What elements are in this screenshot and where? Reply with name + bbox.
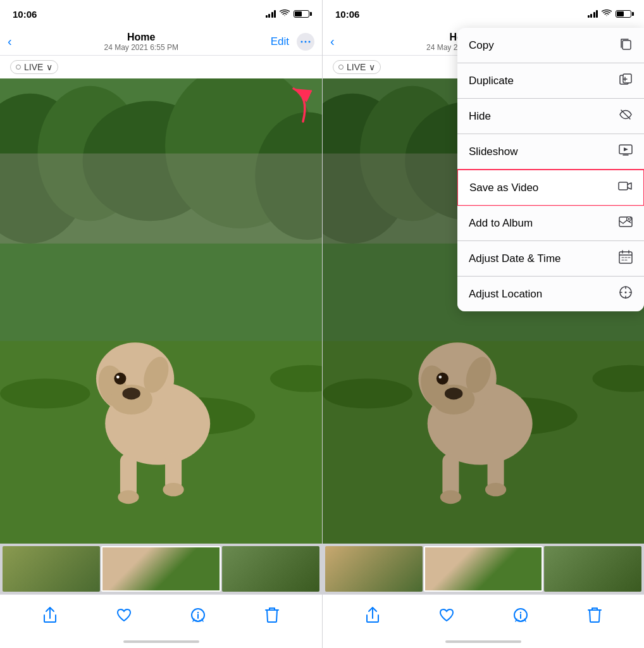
nav-title-left: Home — [104, 32, 178, 43]
status-bar-right: 10:06 — [323, 0, 644, 28]
live-chevron-left: ∨ — [46, 62, 53, 72]
thumbnail-right-active[interactable] — [424, 546, 543, 592]
back-chevron-left: ‹ — [8, 34, 12, 49]
signal-icon — [266, 10, 276, 18]
status-time-right: 10:06 — [335, 9, 359, 20]
svg-point-21 — [116, 375, 120, 378]
left-phone: 10:06 ‹ Home 24 May 2021 — [0, 0, 322, 648]
battery-icon — [294, 10, 309, 18]
svg-rect-9 — [0, 154, 322, 244]
svg-point-25 — [163, 483, 183, 496]
live-label-right: LIVE — [347, 62, 366, 72]
thumbnail-left-active[interactable] — [101, 546, 221, 592]
right-phone: 10:06 ‹ Home 24 May 2021 — [322, 0, 644, 648]
thumbnail-strip-right — [323, 544, 644, 594]
menu-item-copy[interactable]: Copy — [457, 28, 644, 63]
svg-point-11 — [0, 378, 90, 408]
menu-label-save-as-video: Save as Video — [469, 182, 538, 194]
menu-icon-hide — [619, 108, 633, 125]
svg-point-86 — [519, 612, 521, 613]
menu-item-save-as-video[interactable]: Save as Video — [457, 169, 644, 206]
thumbnail-right-2[interactable] — [544, 546, 641, 592]
svg-point-0 — [301, 40, 303, 42]
svg-point-2 — [309, 40, 311, 42]
svg-rect-33 — [622, 40, 631, 49]
wifi-icon — [280, 9, 290, 19]
battery-icon-right — [616, 10, 631, 18]
menu-icon-adjust-date-time — [619, 250, 633, 267]
home-bar-right — [445, 640, 521, 643]
status-icons-left — [266, 9, 310, 19]
photo-area-left — [0, 78, 322, 544]
live-dot-left — [16, 65, 21, 70]
more-button-left[interactable] — [297, 33, 314, 51]
delete-button-left[interactable] — [258, 601, 286, 629]
context-menu: Copy Duplicate Hide — [457, 28, 644, 311]
info-button-left[interactable] — [184, 601, 212, 629]
svg-point-57 — [625, 292, 627, 294]
menu-icon-adjust-location — [619, 285, 633, 302]
thumbnail-right-1[interactable] — [325, 546, 423, 592]
nav-bar-left: ‹ Home 24 May 2021 6:55 PM Edit — [0, 28, 322, 56]
back-button-right[interactable]: ‹ — [330, 34, 335, 49]
menu-label-adjust-date-time: Adjust Date & Time — [469, 252, 561, 265]
heart-button-right[interactable] — [433, 601, 461, 629]
wifi-icon-right — [602, 9, 612, 19]
menu-label-add-to-album: Add to Album — [469, 217, 533, 230]
photo-bg-left — [0, 78, 322, 544]
toolbar-left — [0, 594, 322, 635]
signal-icon-right — [588, 10, 598, 18]
menu-item-slideshow[interactable]: Slideshow — [457, 134, 644, 170]
svg-point-1 — [305, 40, 307, 42]
live-badge-right[interactable]: LIVE ∨ — [333, 60, 381, 74]
toolbar-right — [323, 594, 644, 635]
menu-label-hide: Hide — [469, 110, 491, 123]
svg-point-20 — [114, 373, 126, 385]
back-button-left[interactable]: ‹ — [8, 34, 12, 49]
share-button-left[interactable] — [36, 601, 64, 629]
thumbnail-left-2[interactable] — [222, 546, 319, 592]
thumbnail-strip-left — [0, 544, 322, 594]
svg-point-24 — [118, 490, 139, 504]
nav-right-left: Edit — [271, 33, 314, 51]
nav-center-left: Home 24 May 2021 6:55 PM — [104, 32, 178, 52]
live-dot-right — [338, 65, 344, 70]
menu-label-slideshow: Slideshow — [469, 146, 518, 158]
share-button-right[interactable] — [359, 601, 387, 629]
info-button-right[interactable] — [507, 601, 535, 629]
menu-icon-add-to-album — [619, 215, 633, 232]
status-bar-left: 10:06 — [0, 0, 322, 28]
menu-icon-slideshow — [619, 143, 633, 160]
nav-subtitle-left: 24 May 2021 6:55 PM — [104, 43, 178, 52]
svg-marker-40 — [624, 147, 628, 151]
status-icons-right — [588, 9, 632, 19]
menu-icon-save-as-video — [618, 179, 632, 196]
menu-item-duplicate[interactable]: Duplicate — [457, 63, 644, 99]
menu-icon-duplicate — [619, 72, 633, 89]
thumbnail-left-1[interactable] — [3, 546, 100, 592]
svg-point-19 — [122, 387, 140, 399]
home-indicator-right — [323, 635, 644, 648]
live-label-left: LIVE — [24, 62, 43, 72]
live-bar-left: LIVE ∨ — [0, 56, 322, 78]
menu-item-hide[interactable]: Hide — [457, 99, 644, 134]
svg-rect-42 — [619, 182, 628, 190]
status-time-left: 10:06 — [13, 9, 37, 20]
menu-item-adjust-location[interactable]: Adjust Location — [457, 277, 644, 311]
delete-button-right[interactable] — [581, 601, 609, 629]
menu-label-copy: Copy — [469, 39, 494, 52]
heart-button-left[interactable] — [110, 601, 138, 629]
back-chevron-right: ‹ — [330, 34, 335, 49]
home-bar-left — [123, 640, 199, 643]
menu-item-add-to-album[interactable]: Add to Album — [457, 206, 644, 241]
live-chevron-right: ∨ — [369, 62, 375, 72]
menu-label-duplicate: Duplicate — [469, 75, 514, 87]
menu-icon-copy — [619, 37, 633, 54]
svg-point-28 — [197, 612, 199, 613]
home-indicator-left — [0, 635, 322, 648]
menu-item-adjust-date-time[interactable]: Adjust Date & Time — [457, 241, 644, 277]
edit-button-left[interactable]: Edit — [271, 35, 289, 48]
menu-label-adjust-location: Adjust Location — [469, 288, 542, 301]
live-badge-left[interactable]: LIVE ∨ — [10, 60, 58, 74]
svg-rect-35 — [623, 74, 631, 83]
